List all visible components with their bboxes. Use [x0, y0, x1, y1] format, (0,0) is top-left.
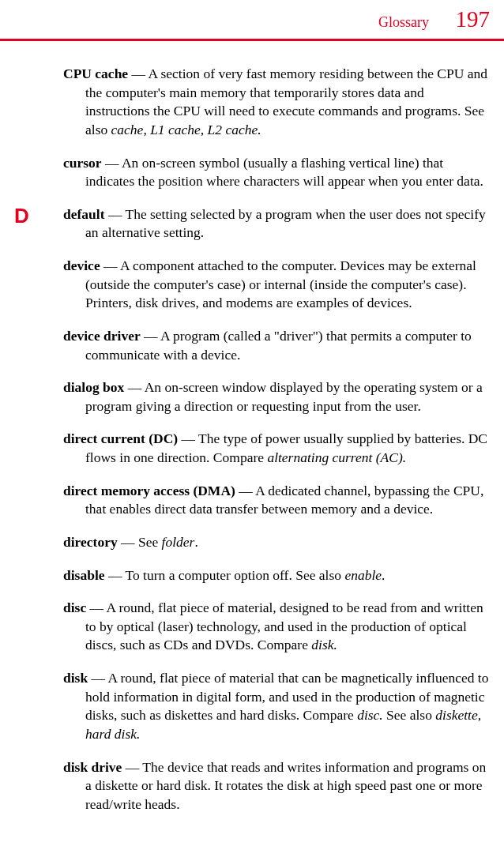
- entry-term: directory: [63, 534, 118, 550]
- entry-definition: A round, flat piece of material, designe…: [85, 600, 483, 652]
- entry-term: device: [63, 258, 100, 273]
- entry-after: See also: [383, 707, 436, 723]
- glossary-entry: cursor — An on-screen symbol (usually a …: [63, 154, 490, 191]
- glossary-entry: device driver — A program (called a "dri…: [63, 327, 490, 364]
- glossary-entry: disc — A round, flat piece of material, …: [63, 599, 490, 655]
- glossary-entry: direct current (DC) — The type of power …: [63, 430, 490, 467]
- entry-definition: The device that reads and writes informa…: [85, 759, 486, 812]
- entry-italic: folder: [162, 534, 195, 550]
- glossary-entry: default — The setting selected by a prog…: [63, 205, 490, 243]
- entry-term: disk drive: [63, 759, 122, 775]
- entry-definition: See: [138, 534, 162, 550]
- entry-term: CPU cache: [63, 66, 128, 81]
- entry-after: .: [382, 567, 385, 583]
- entry-sep: —: [122, 759, 142, 775]
- entry-sep: —: [100, 258, 120, 273]
- glossary-entry: disk — A round, flat piece of material t…: [63, 669, 490, 744]
- entry-sep: —: [141, 328, 160, 344]
- entry-term: device driver: [63, 328, 141, 344]
- entry-term: default: [63, 206, 105, 222]
- entry-sep: —: [105, 567, 126, 583]
- entry-italic: disk.: [311, 637, 337, 652]
- entry-sep: —: [102, 155, 122, 171]
- glossary-entry: direct memory access (DMA) — A dedicated…: [63, 482, 490, 519]
- entry-definition: A component attached to the computer. De…: [85, 258, 476, 310]
- entry-term: direct current (DC): [63, 431, 178, 446]
- entry-italic: enable: [344, 567, 382, 583]
- entry-sep: —: [88, 670, 107, 686]
- entry-term: disc: [63, 600, 86, 615]
- glossary-content: CPU cache — A section of very fast memor…: [0, 65, 504, 814]
- entry-term: direct memory access (DMA): [63, 483, 235, 498]
- entry-sep: —: [118, 534, 138, 550]
- glossary-entry: CPU cache — A section of very fast memor…: [63, 65, 490, 140]
- entry-term: dialog box: [63, 379, 124, 395]
- entry-sep: —: [235, 483, 255, 498]
- entry-sep: —: [124, 379, 144, 395]
- glossary-entry: disable — To turn a computer option off.…: [63, 566, 490, 585]
- entry-term: disk: [63, 670, 88, 686]
- entry-after: .: [194, 534, 197, 550]
- entry-definition: An on-screen symbol (usually a flashing …: [85, 155, 483, 190]
- entry-definition: An on-screen window displayed by the ope…: [85, 379, 483, 414]
- entry-definition: The setting selected by a program when t…: [85, 206, 486, 241]
- entry-italic: disc.: [357, 707, 383, 723]
- entry-sep: —: [105, 206, 126, 222]
- entry-term: disable: [63, 567, 105, 583]
- entry-term: cursor: [63, 155, 102, 171]
- entry-italic: alternating current (AC).: [267, 449, 406, 465]
- entry-sep: —: [128, 66, 148, 81]
- glossary-entry: dialog box — An on-screen window display…: [63, 378, 490, 415]
- entry-sep: —: [178, 431, 198, 446]
- entry-definition: To turn a computer option off. See also: [125, 567, 344, 583]
- glossary-entry: device — A component attached to the com…: [63, 257, 490, 313]
- page-number: 197: [456, 6, 491, 32]
- glossary-entry: disk drive — The device that reads and w…: [63, 758, 490, 814]
- page-header: Glossary 197: [0, 0, 504, 41]
- glossary-entry: directory — See folder.: [63, 533, 490, 552]
- header-title: Glossary: [378, 14, 429, 31]
- entry-italic: cache, L1 cache, L2 cache.: [111, 122, 261, 137]
- section-letter: D: [14, 204, 29, 228]
- entry-sep: —: [86, 600, 106, 615]
